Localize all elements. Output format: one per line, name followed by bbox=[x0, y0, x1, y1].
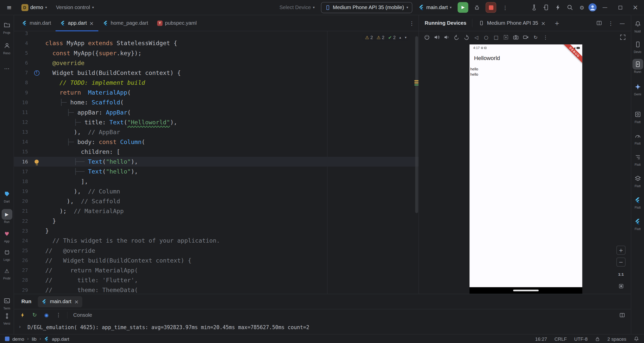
tool-stripe-resource-manager[interactable]: Reso bbox=[0, 40, 14, 55]
console-output[interactable]: › D/EGL_emulation( 4625): app_time_stats… bbox=[14, 321, 631, 330]
editor-tab-main-dart[interactable]: main.dart bbox=[17, 15, 56, 31]
fullscreen-icon[interactable] bbox=[618, 33, 628, 42]
window-maximize-button[interactable] bbox=[613, 0, 627, 15]
run-button[interactable]: ▶ bbox=[458, 2, 468, 13]
tool-stripe-run[interactable]: ▶ Run bbox=[0, 209, 14, 224]
warning-mark[interactable] bbox=[414, 82, 418, 83]
select-device-dropdown[interactable]: Select Device ▾ bbox=[276, 3, 318, 12]
tool-stripe-gemini[interactable]: Gemi bbox=[631, 81, 644, 96]
rotate-left-icon[interactable] bbox=[452, 33, 461, 42]
tool-stripe-flutter-performance[interactable]: Flutt bbox=[631, 130, 644, 145]
panel-options-icon[interactable]: ⋮ bbox=[605, 18, 616, 28]
ok-mark[interactable] bbox=[414, 84, 418, 85]
breadcrumb-item[interactable]: app.dart bbox=[52, 336, 69, 341]
inspections-widget[interactable]: ⚠ 2 ⚠ 2 ✔ 2 ▴ ▾ bbox=[362, 34, 409, 41]
tool-stripe-notifications[interactable]: Notif bbox=[631, 18, 644, 33]
breadcrumb[interactable]: demo › lib › app.dart bbox=[5, 336, 69, 341]
code-line-15[interactable]: 15 children: [ bbox=[14, 147, 418, 157]
previous-problem-icon[interactable]: ▴ bbox=[399, 36, 401, 39]
overview-icon[interactable]: □ bbox=[491, 33, 501, 42]
intention-bulb-icon[interactable] bbox=[35, 160, 39, 164]
code-line-21[interactable]: 21 ); // MaterialApp bbox=[14, 206, 418, 216]
split-console-icon[interactable] bbox=[618, 310, 627, 320]
code-line-26[interactable]: 26// Widget build(BuildContext context) … bbox=[14, 255, 418, 265]
search-icon[interactable] bbox=[565, 2, 575, 13]
code-line-9[interactable]: 9 return MaterialApp( bbox=[14, 88, 418, 97]
more-actions-icon[interactable]: ⋮ bbox=[500, 2, 510, 13]
close-icon[interactable]: × bbox=[74, 299, 79, 304]
record-screen-icon[interactable] bbox=[521, 33, 530, 42]
code-line-25[interactable]: 25// @override bbox=[14, 246, 418, 255]
back-icon[interactable]: ◁ bbox=[471, 33, 481, 42]
line-ending[interactable]: CRLF bbox=[554, 336, 567, 341]
tab-options-icon[interactable]: ⋮ bbox=[409, 20, 414, 26]
debug-icon[interactable] bbox=[472, 2, 482, 13]
lock-icon[interactable] bbox=[595, 336, 600, 341]
window-minimize-button[interactable]: — bbox=[598, 0, 612, 15]
window-close-button[interactable]: × bbox=[628, 0, 642, 15]
tool-stripe-dart-analysis[interactable]: Dart bbox=[0, 188, 14, 203]
editor-tab-pubspec-yaml[interactable]: Y pubspec.yaml bbox=[153, 15, 201, 31]
editor-scrollbar[interactable] bbox=[415, 36, 418, 213]
code-line-17[interactable]: 17 ├── Text("hello"), bbox=[14, 167, 418, 177]
device-tab-medium-phone[interactable]: Medium Phone API 35 × bbox=[476, 15, 549, 31]
code-line-6[interactable]: 6 @override bbox=[14, 58, 418, 68]
avatar[interactable] bbox=[589, 3, 597, 12]
console-tab[interactable]: Console bbox=[73, 312, 92, 318]
tool-stripe-flutter-outline[interactable]: Flutt bbox=[631, 152, 644, 167]
close-icon[interactable]: × bbox=[541, 20, 546, 26]
code-line-8[interactable]: 8 // TODO: implement build bbox=[14, 78, 418, 88]
tool-stripe-problems[interactable]: ⚠ Probl bbox=[0, 265, 14, 280]
tool-stripe-terminal[interactable]: Term bbox=[0, 295, 14, 310]
code-line-13[interactable]: 13 ), // AppBar bbox=[14, 127, 418, 137]
editor-tab-home-page-dart[interactable]: home_page.dart bbox=[98, 15, 153, 31]
volume-down-icon[interactable] bbox=[442, 33, 452, 42]
breadcrumb-item[interactable]: lib bbox=[32, 336, 37, 341]
zoom-out-button[interactable]: − bbox=[617, 258, 626, 267]
tool-stripe-device-manager[interactable]: Devic bbox=[631, 39, 644, 54]
vcs-dropdown[interactable]: Version control ▾ bbox=[53, 3, 97, 12]
hot-reload-icon[interactable] bbox=[18, 310, 27, 320]
volume-up-icon[interactable] bbox=[432, 33, 442, 42]
cursor-position[interactable]: 16:27 bbox=[535, 336, 547, 341]
tool-stripe-running-devices[interactable]: Runn bbox=[631, 59, 644, 74]
code-line-4[interactable]: 4class MyApp extends StatelessWidget { bbox=[14, 38, 418, 48]
indent-setting[interactable]: 2 spaces bbox=[607, 336, 626, 341]
code-line-12[interactable]: 12 ├─ title: Text("Helloworld"), bbox=[14, 117, 418, 127]
main-menu-icon[interactable]: ≡ bbox=[3, 4, 15, 10]
zoom-fit-button[interactable] bbox=[617, 281, 626, 291]
profiler-icon[interactable] bbox=[529, 2, 539, 13]
tool-stripe-flutter-inspector[interactable]: Flutt bbox=[631, 109, 644, 124]
home-icon[interactable]: ○ bbox=[482, 33, 491, 42]
tool-stripe-version-control[interactable]: Versi bbox=[0, 311, 14, 326]
zoom-in-button[interactable]: + bbox=[617, 246, 626, 255]
code-line-23[interactable]: 23} bbox=[14, 226, 418, 236]
code-line-5[interactable]: 5 const MyApp({super.key}); bbox=[14, 48, 418, 58]
override-gutter-icon[interactable]: ↑ bbox=[34, 70, 39, 75]
hide-panel-icon[interactable]: — bbox=[617, 18, 627, 28]
tool-stripe-app-quality-insights[interactable]: ♥ App bbox=[0, 228, 14, 243]
code-line-3[interactable]: 3 bbox=[14, 31, 418, 38]
code-line-11[interactable]: 11 ├─ appBar: AppBar( bbox=[14, 107, 418, 117]
file-encoding[interactable]: UTF-8 bbox=[574, 336, 587, 341]
code-editor[interactable]: 34class MyApp extends StatelessWidget {5… bbox=[14, 31, 418, 294]
notifications-icon[interactable] bbox=[634, 336, 639, 341]
tool-stripe-flutter-1[interactable]: Flutt bbox=[631, 195, 644, 210]
code-line-16[interactable]: 16 ├── Text("hello"), bbox=[14, 157, 418, 167]
code-line-19[interactable]: 19 ), // Column bbox=[14, 186, 418, 196]
run-config-dropdown[interactable]: main.dart ▾ bbox=[416, 3, 455, 12]
split-panel-icon[interactable] bbox=[594, 18, 604, 28]
warning-mark[interactable] bbox=[414, 80, 418, 81]
code-line-18[interactable]: 18 ], bbox=[14, 177, 418, 186]
settings-icon[interactable]: ⚙ bbox=[576, 2, 587, 13]
next-problem-icon[interactable]: ▾ bbox=[405, 36, 407, 39]
project-dropdown[interactable]: D demo ▾ bbox=[18, 3, 50, 12]
screenshot-icon[interactable] bbox=[501, 33, 511, 42]
code-line-7[interactable]: 7↑ Widget build(BuildContext context) { bbox=[14, 68, 418, 78]
code-line-29[interactable]: 29// theme: ThemeData( bbox=[14, 285, 418, 294]
zoom-reset-button[interactable]: 1:1 bbox=[617, 270, 626, 279]
code-line-14[interactable]: 14 ├─ body: const Column( bbox=[14, 137, 418, 147]
console-options-icon[interactable]: ⋮ bbox=[54, 310, 63, 320]
add-device-button[interactable]: + bbox=[552, 20, 562, 26]
code-line-27[interactable]: 27// return MaterialApp( bbox=[14, 265, 418, 275]
